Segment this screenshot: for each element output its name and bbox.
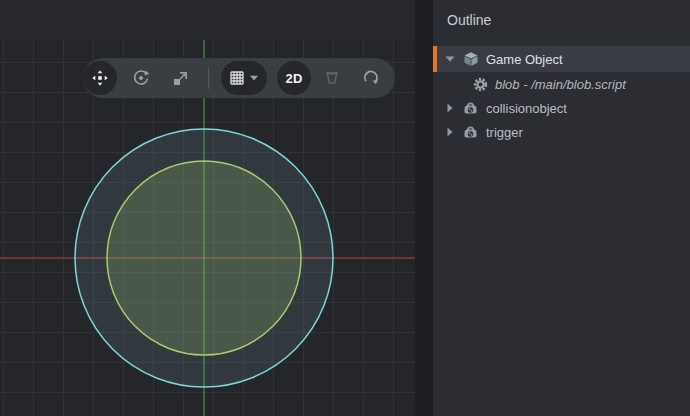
- outline-tree: Game Object blob - /main/blob.script: [433, 46, 690, 144]
- tree-row-label: trigger: [486, 125, 523, 140]
- scale-tool-button[interactable]: [164, 61, 198, 95]
- tree-row-collisionobject[interactable]: collisionobject: [433, 96, 690, 120]
- grid-settings-button[interactable]: [221, 61, 267, 95]
- pane-splitter[interactable]: [415, 0, 433, 416]
- expand-arrow-down-icon[interactable]: [445, 56, 455, 62]
- tree-row-blob-script[interactable]: blob - /main/blob.script: [433, 72, 690, 96]
- outline-panel: Outline Game Object: [433, 0, 690, 416]
- tree-row-label: collisionobject: [486, 101, 567, 116]
- frustum-icon: [321, 68, 343, 88]
- scene-editor-header-strip: [0, 0, 415, 40]
- tree-row-label: blob - /main/blob.script: [495, 77, 626, 92]
- scene-editor-view: 2D: [0, 0, 415, 416]
- chevron-down-icon: [249, 75, 259, 81]
- move-tool-button[interactable]: [83, 61, 117, 95]
- scene-toolbar: 2D: [83, 58, 395, 98]
- outline-panel-title: Outline: [447, 12, 491, 28]
- perspective-camera-button[interactable]: [320, 66, 344, 90]
- script-gear-icon: [473, 77, 488, 92]
- refresh-button[interactable]: [359, 66, 383, 90]
- move-icon: [90, 68, 110, 88]
- rotate-tool-button[interactable]: [124, 61, 158, 95]
- selection-accent-bar: [433, 46, 437, 72]
- scale-icon: [171, 68, 191, 88]
- game-object-cube-icon: [462, 51, 479, 67]
- expand-arrow-right-icon[interactable]: [445, 127, 455, 137]
- grid-icon: [230, 71, 244, 85]
- toolbar-divider: [208, 67, 209, 89]
- expand-arrow-right-icon[interactable]: [445, 103, 455, 113]
- tree-row-game-object[interactable]: Game Object: [433, 46, 690, 72]
- 2d-mode-label: 2D: [285, 71, 302, 86]
- tree-row-label: Game Object: [486, 52, 563, 67]
- tree-row-trigger[interactable]: trigger: [433, 120, 690, 144]
- refresh-icon: [361, 68, 381, 88]
- rotate-icon: [131, 68, 151, 88]
- collision-object-icon: [462, 100, 479, 117]
- collision-object-icon: [462, 124, 479, 141]
- 2d-mode-button[interactable]: 2D: [277, 61, 311, 95]
- collision-sphere-shape[interactable]: [107, 161, 301, 355]
